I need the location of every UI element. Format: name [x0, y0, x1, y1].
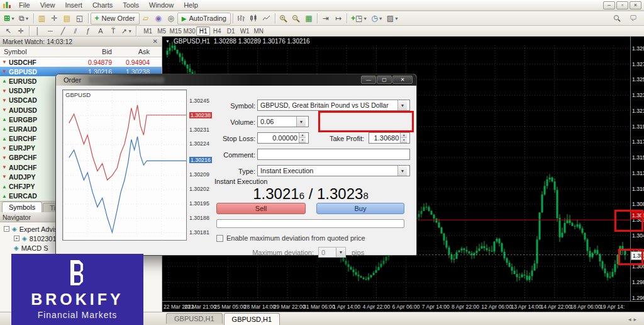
support-chat-icon[interactable]: 🗩 — [627, 13, 640, 25]
column-symbol[interactable]: Symbol — [0, 48, 68, 55]
line-chart-icon[interactable] — [260, 13, 273, 25]
terminal-icon[interactable]: ◱ — [74, 13, 86, 25]
sell-button[interactable]: Sell — [216, 203, 306, 214]
timeframe-w1[interactable]: W1 — [238, 26, 252, 36]
menu-tools[interactable]: Tools — [118, 1, 143, 9]
tree-expand-icon[interactable]: + — [14, 236, 19, 241]
price-tick: 1.32755 — [632, 61, 644, 67]
menu-file[interactable]: File — [14, 1, 35, 9]
symbol-dropdown-icon[interactable]: ▼ — [397, 100, 407, 110]
tick-chart: GBPUSD — [62, 89, 187, 241]
navigator-icon[interactable]: ▤ — [61, 13, 74, 25]
tick-scale-label: 1.30231 — [189, 127, 209, 133]
text-label-icon[interactable]: T̈ — [107, 26, 119, 36]
up-arrow-icon: ▲ — [0, 78, 9, 84]
timeframe-m15[interactable]: M15 — [169, 26, 182, 36]
timeframe-m1[interactable]: M1 — [141, 26, 155, 36]
chart-title-strip: ▼ GBPUSD,H1 1.30288 1.30289 1.30176 1.30… — [162, 37, 644, 45]
type-select[interactable]: Instant Execution ▼ — [257, 165, 410, 176]
time-tick: 13 Apr 14:00 — [511, 304, 541, 310]
ask-price-marker: 1.30238 — [189, 112, 212, 118]
time-axis[interactable]: 22 Mar 202223 Mar 21:0025 Mar 05:0028 Ma… — [162, 301, 644, 312]
crosshair-icon[interactable]: ✛ — [14, 26, 27, 36]
volume-dropdown-icon[interactable]: ▼ — [296, 117, 306, 127]
new-chart-icon[interactable]: ⊞▼ — [2, 13, 17, 25]
search-icon[interactable] — [611, 13, 623, 25]
horizontal-line-icon[interactable]: ─ — [44, 26, 57, 36]
cursor-icon[interactable]: ↖ — [2, 26, 14, 36]
menu-window[interactable]: Window — [145, 1, 178, 9]
menu-insert[interactable]: Insert — [60, 1, 87, 9]
comment-input[interactable] — [257, 149, 410, 160]
tile-windows-icon[interactable]: ▦ — [303, 13, 315, 25]
zoom-in-icon[interactable] — [277, 13, 290, 25]
chart-restore-button[interactable]: ▫ — [616, 1, 628, 9]
column-ask[interactable]: Ask — [112, 48, 155, 55]
max-deviation-checkbox[interactable] — [216, 235, 223, 242]
menu-view[interactable]: View — [36, 1, 60, 9]
text-icon[interactable]: A — [94, 26, 107, 36]
periods-icon[interactable]: ◷▼ — [369, 13, 384, 25]
price-tick: 1.32135 — [632, 108, 644, 114]
timeframe-d1[interactable]: D1 — [224, 26, 238, 36]
data-window-icon[interactable]: ✛ — [48, 13, 61, 25]
quote-separator: / — [304, 185, 317, 202]
timeframe-m30[interactable]: M30 — [182, 26, 196, 36]
market-watch-icon[interactable]: ▥ — [36, 13, 48, 25]
stop-loss-input[interactable]: 0.00000 ▲▼ — [257, 132, 309, 144]
dialog-minimize-button[interactable]: — — [361, 76, 376, 84]
dialog-maximize-button[interactable]: ▢ — [377, 76, 392, 84]
script-icon[interactable]: ▱ — [140, 13, 152, 25]
arrows-icon[interactable]: ➚▼ — [119, 26, 134, 36]
timeframe-h1[interactable]: H1 — [196, 26, 210, 36]
trendline-icon[interactable]: ╱ — [57, 26, 69, 36]
brokify-brand-text: BROKIFY — [31, 290, 124, 309]
templates-icon[interactable]: ▨▼ — [385, 13, 401, 25]
market-watch-row-usdchf[interactable]: ▼USDCHF0.948790.94904 — [0, 57, 162, 67]
buy-button[interactable]: Buy — [316, 203, 404, 214]
dialog-close-button[interactable]: ✕ — [392, 76, 413, 84]
zoom-out-icon[interactable] — [290, 13, 303, 25]
auto-scroll-icon[interactable]: ⇥ — [319, 13, 332, 25]
chart-tab-0[interactable]: GBPUSD,H1 — [166, 313, 223, 324]
down-arrow-icon: ▼ — [0, 59, 9, 65]
fibonacci-icon[interactable]: ƒ — [82, 26, 94, 36]
bar-chart-icon[interactable] — [235, 13, 248, 25]
tab-scroll-arrows[interactable]: ◂▸ — [628, 316, 639, 322]
max-deviation-select[interactable]: 0 ▼ — [318, 247, 346, 258]
time-tick: 25 Mar 05:00 — [214, 304, 246, 310]
annotation-take-profit-field — [318, 111, 414, 132]
candlestick-chart-icon[interactable] — [248, 13, 260, 25]
market-watch-close-icon[interactable]: ✕ — [152, 38, 159, 45]
type-dropdown-icon[interactable]: ▼ — [397, 166, 407, 176]
price-tick: 1.29645 — [632, 295, 644, 301]
menu-help[interactable]: Help — [179, 1, 203, 9]
channel-icon[interactable]: ⫽ — [69, 26, 82, 36]
take-profit-input[interactable]: 1.30680 ▲▼ — [369, 132, 410, 144]
type-value: Instant Execution — [260, 167, 313, 174]
take-profit-spinner[interactable]: ▲▼ — [400, 133, 407, 143]
indicators-icon[interactable]: +◳▼ — [349, 13, 369, 25]
timeframe-h4[interactable]: H4 — [210, 26, 224, 36]
new-order-button[interactable]: + New Order — [91, 13, 140, 25]
tree-expand-icon[interactable]: - — [4, 226, 9, 232]
menu-charts[interactable]: Charts — [88, 1, 117, 9]
chart-shift-icon[interactable]: ↦ — [332, 13, 345, 25]
column-bid[interactable]: Bid — [68, 48, 112, 55]
stop-loss-value: 0.00000 — [260, 134, 299, 142]
timeframe-mn[interactable]: MN — [252, 26, 265, 36]
chart-minimize-button[interactable]: – — [603, 1, 615, 9]
vertical-line-icon[interactable]: │ — [31, 26, 44, 36]
profiles-icon[interactable]: ⧉▼ — [17, 13, 31, 25]
tab-symbols[interactable]: Symbols — [2, 202, 42, 212]
chart-collapse-icon[interactable]: ▼ — [165, 39, 170, 43]
chart-tab-1[interactable]: GBPUSD,H1 — [224, 313, 280, 325]
autotrading-button[interactable]: ▶ AutoTrading — [177, 13, 231, 25]
symbol-select[interactable]: GBPUSD, Great Britain Pound vs US Dollar… — [257, 100, 410, 111]
chart-close-button[interactable]: × — [630, 1, 641, 9]
timeframe-m5[interactable]: M5 — [155, 26, 169, 36]
order-dialog-titlebar[interactable]: Order — ▢ ✕ — [56, 74, 416, 86]
expert-advisor-icon[interactable]: ◉ — [152, 13, 165, 25]
volume-select[interactable]: 0.06 ▼ — [257, 116, 309, 127]
sound-icon[interactable]: ◎ — [165, 13, 177, 25]
